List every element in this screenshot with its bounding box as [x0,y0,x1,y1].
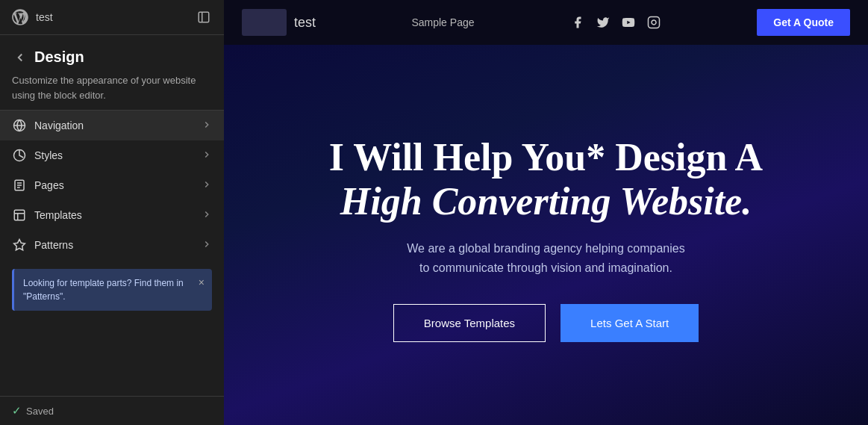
get-a-start-button[interactable]: Lets Get A Start [561,304,699,342]
sidebar-item-styles[interactable]: Styles [0,140,224,170]
preview-cta-button[interactable]: Get A Quote [757,9,850,36]
templates-icon [12,208,27,223]
main-preview: test Sample Page [224,0,868,425]
info-box-close-button[interactable]: × [197,275,206,290]
instagram-icon [646,15,661,30]
design-back-row: Design [12,49,212,66]
patterns-icon [12,238,27,252]
pages-label: Pages [34,179,64,191]
info-box-text: Looking for template parts? Find them in… [23,278,184,302]
hero-title: I Will Help You* Design A High Convertin… [329,135,763,225]
navigation-chevron [202,120,212,132]
saved-check-icon: ✓ [12,404,22,418]
svg-rect-0 [199,12,209,22]
hero-title-line2: High Converting Website. [340,180,752,223]
open-button[interactable] [194,7,213,27]
hero-buttons: Browse Templates Lets Get A Start [393,304,699,342]
pages-chevron [202,179,212,192]
hero-title-line1: I Will Help You* Design A [329,136,763,179]
youtube-icon [621,15,636,30]
sidebar-item-pages[interactable]: Pages [0,170,224,200]
svg-marker-5 [14,240,25,250]
styles-label: Styles [34,149,63,161]
back-button[interactable] [12,49,28,66]
preview-site-name: test [294,15,316,31]
site-name: test [36,11,53,23]
preview-logo-box [242,9,287,36]
templates-chevron [202,209,212,222]
design-description: Customize the appearance of your website… [12,73,212,102]
sidebar-item-patterns[interactable]: Patterns [0,230,224,260]
patterns-chevron [202,239,212,252]
facebook-icon [570,15,585,30]
preview-logo-area: test [242,9,316,36]
preview-nav-link[interactable]: Sample Page [411,16,474,28]
design-title: Design [34,49,84,66]
design-section: Design Customize the appearance of your … [0,35,224,111]
preview-topbar: test Sample Page [224,0,868,45]
nav-items-list: Navigation Styles [0,111,224,396]
navigation-label: Navigation [34,120,84,131]
sidebar-header-left: test [10,7,53,27]
sidebar: test Design Customize the appearance of … [0,0,224,425]
pages-icon [12,178,27,193]
saved-label: Saved [26,406,54,417]
sidebar-item-templates[interactable]: Templates [0,200,224,230]
sidebar-item-navigation[interactable]: Navigation [0,111,224,140]
info-box: Looking for template parts? Find them in… [12,269,212,311]
templates-label: Templates [34,209,82,221]
patterns-label: Patterns [34,239,73,251]
wordpress-logo [10,7,30,27]
styles-icon [12,148,27,163]
svg-rect-7 [648,17,659,28]
hero-subtitle: We are a global branding agency helping … [407,239,684,277]
styles-chevron [202,149,212,162]
sidebar-header: test [0,0,224,35]
navigation-icon [12,118,27,133]
svg-rect-4 [14,210,25,220]
twitter-icon [596,15,611,30]
browse-templates-button[interactable]: Browse Templates [393,304,546,342]
preview-hero: I Will Help You* Design A High Convertin… [224,45,868,425]
preview-social-icons [570,15,661,30]
saved-bar: ✓ Saved [0,396,224,425]
